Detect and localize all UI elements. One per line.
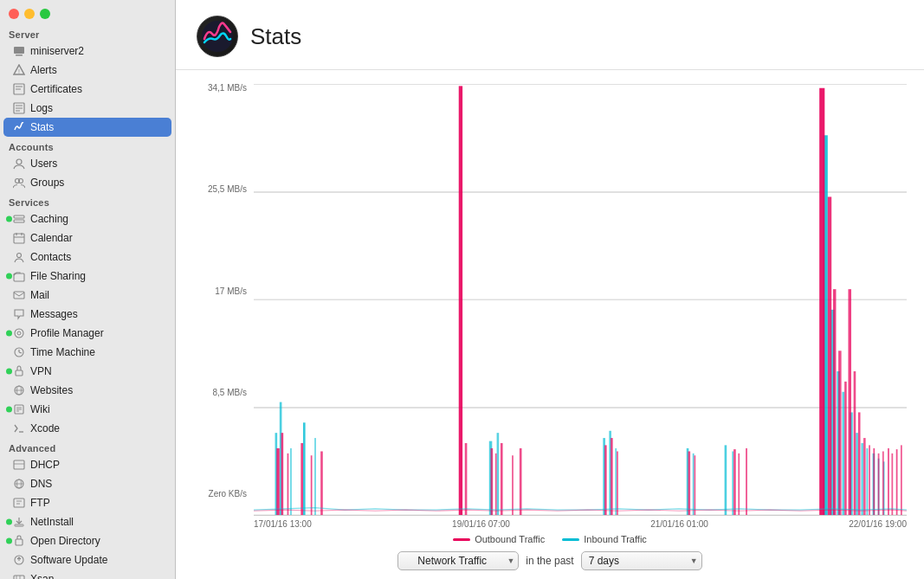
- y-label-2: 17 MB/s: [193, 287, 247, 296]
- sidebar-item-file-sharing[interactable]: File Sharing: [3, 267, 171, 286]
- file-sharing-label: File Sharing: [30, 270, 86, 282]
- svg-point-10: [16, 159, 22, 164]
- svg-rect-111: [869, 445, 870, 515]
- svg-rect-98: [695, 455, 696, 515]
- sidebar: Server miniserver2 ! Alerts Certificates…: [0, 0, 176, 579]
- miniserver2-label: miniserver2: [30, 45, 84, 57]
- svg-rect-80: [732, 451, 733, 515]
- sidebar-item-dhcp[interactable]: DHCP: [3, 455, 171, 474]
- svg-rect-108: [854, 371, 856, 515]
- stats-label: Stats: [30, 121, 54, 133]
- sidebar-item-software-update[interactable]: Software Update: [3, 550, 171, 569]
- time-period-wrapper: 24 hours 7 days 30 days ▼: [581, 551, 702, 570]
- sidebar-item-stats[interactable]: Stats: [3, 118, 171, 137]
- svg-rect-13: [14, 216, 24, 218]
- controls: 🌐 Network Traffic ▼ in the past 24 hours…: [193, 551, 907, 570]
- sidebar-item-profile-manager[interactable]: Profile Manager: [3, 324, 171, 343]
- svg-rect-99: [733, 449, 736, 515]
- svg-rect-96: [617, 451, 618, 515]
- svg-rect-44: [15, 524, 23, 526]
- y-label-4: Zero KB/s: [193, 490, 247, 499]
- sidebar-item-messages[interactable]: Messages: [3, 305, 171, 324]
- svg-rect-102: [819, 88, 824, 515]
- svg-rect-86: [320, 451, 323, 515]
- svg-line-26: [19, 352, 22, 353]
- dhcp-label: DHCP: [30, 459, 60, 471]
- svg-rect-103: [828, 196, 831, 515]
- sidebar-item-websites[interactable]: Websites: [3, 381, 171, 400]
- window-controls: [0, 0, 175, 24]
- svg-rect-88: [465, 443, 468, 515]
- software-update-icon: [12, 553, 26, 567]
- dns-label: DNS: [30, 478, 52, 490]
- minimize-button[interactable]: [24, 9, 35, 19]
- sidebar-item-alerts[interactable]: ! Alerts: [3, 61, 171, 80]
- svg-rect-14: [14, 220, 24, 222]
- svg-point-22: [15, 329, 23, 338]
- header: Stats: [176, 0, 924, 70]
- sidebar-item-xcode[interactable]: Xcode: [3, 419, 171, 438]
- sidebar-item-vpn[interactable]: VPN: [3, 362, 171, 381]
- sidebar-item-time-machine[interactable]: Time Machine: [3, 343, 171, 362]
- svg-rect-101: [746, 448, 747, 515]
- svg-rect-81: [276, 448, 280, 515]
- svg-rect-85: [311, 455, 313, 515]
- sidebar-item-groups[interactable]: Groups: [3, 173, 171, 192]
- groups-label: Groups: [30, 177, 64, 189]
- groups-icon: [12, 176, 26, 190]
- sidebar-item-ftp[interactable]: FTP: [3, 493, 171, 512]
- chart-area: 34,1 MB/s 25,5 MB/s 17 MB/s 8,5 MB/s Zer…: [193, 84, 907, 529]
- sidebar-item-xsan[interactable]: Xsan: [3, 569, 171, 579]
- websites-icon: [12, 383, 26, 397]
- svg-rect-45: [16, 539, 23, 545]
- svg-rect-117: [896, 449, 898, 515]
- svg-rect-104: [833, 289, 837, 515]
- sidebar-item-mail[interactable]: Mail: [3, 286, 171, 305]
- svg-rect-79: [725, 445, 727, 515]
- ftp-icon: [12, 496, 26, 510]
- messages-label: Messages: [30, 308, 78, 320]
- advanced-section-label: Advanced: [0, 438, 175, 455]
- maximize-button[interactable]: [40, 9, 50, 19]
- x-label-0: 17/01/16 13:00: [254, 519, 312, 529]
- svg-rect-109: [858, 412, 861, 515]
- sidebar-item-certificates[interactable]: Certificates: [3, 80, 171, 99]
- network-traffic-select[interactable]: Network Traffic: [397, 551, 519, 570]
- alerts-label: Alerts: [30, 64, 57, 76]
- caching-icon: [12, 212, 26, 226]
- sidebar-item-wiki[interactable]: Wiki: [3, 400, 171, 419]
- sidebar-item-calendar[interactable]: Calendar: [3, 228, 171, 248]
- sidebar-item-dns[interactable]: DNS: [3, 474, 171, 493]
- svg-rect-59: [303, 422, 306, 515]
- svg-rect-105: [838, 351, 842, 515]
- svg-rect-67: [861, 443, 863, 515]
- sidebar-item-users[interactable]: Users: [3, 154, 171, 173]
- dns-icon: [12, 477, 26, 491]
- websites-label: Websites: [30, 384, 73, 396]
- wiki-status-dot: [6, 407, 12, 413]
- traffic-chart-svg: [254, 84, 907, 515]
- vpn-status-dot: [6, 369, 12, 375]
- y-label-3: 8,5 MB/s: [193, 389, 247, 397]
- sidebar-item-caching[interactable]: Caching: [3, 209, 171, 228]
- svg-rect-47: [14, 576, 24, 579]
- caching-label: Caching: [30, 213, 68, 225]
- sidebar-item-miniserver2[interactable]: miniserver2: [3, 42, 171, 61]
- sidebar-item-contacts[interactable]: Contacts: [3, 248, 171, 267]
- time-period-select[interactable]: 24 hours 7 days 30 days: [581, 551, 702, 570]
- network-traffic-wrapper: 🌐 Network Traffic ▼: [397, 551, 519, 570]
- time-machine-icon: [12, 345, 26, 359]
- in-the-past-label: in the past: [526, 555, 573, 567]
- time-machine-label: Time Machine: [30, 346, 95, 358]
- sidebar-item-open-directory[interactable]: Open Directory: [3, 531, 171, 550]
- sidebar-item-netinstall[interactable]: NetInstall: [3, 512, 171, 531]
- svg-rect-87: [459, 86, 462, 515]
- svg-rect-97: [688, 451, 690, 515]
- y-axis: 34,1 MB/s 25,5 MB/s 17 MB/s 8,5 MB/s Zer…: [193, 84, 254, 516]
- svg-rect-78: [693, 454, 695, 515]
- x-label-1: 19/01/16 07:00: [452, 519, 510, 529]
- sidebar-item-logs[interactable]: Logs: [3, 99, 171, 118]
- open-directory-icon: [12, 534, 26, 548]
- svg-rect-94: [604, 445, 607, 515]
- close-button[interactable]: [9, 9, 19, 19]
